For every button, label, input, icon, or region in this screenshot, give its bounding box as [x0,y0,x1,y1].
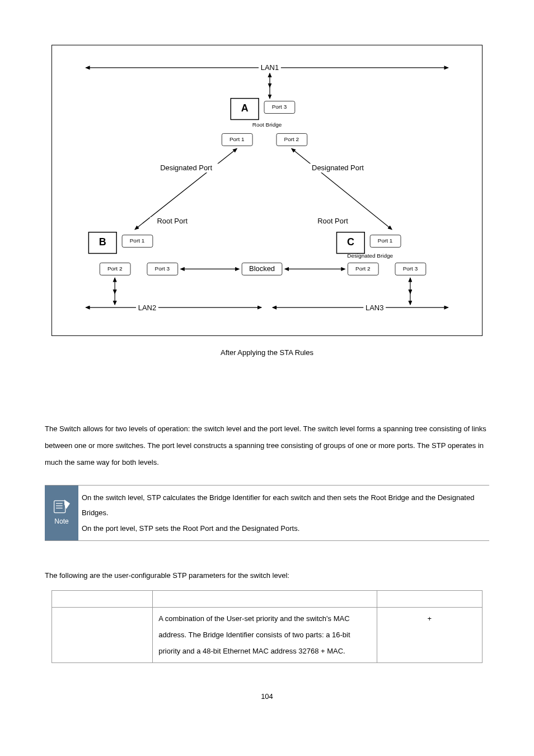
note-text: On the switch level, STP calculates the … [78,486,489,540]
note-box: Note On the switch level, STP calculates… [45,485,489,541]
port-b3: Port 3 [155,265,170,272]
port-a3: Port 3 [272,104,287,110]
port-c3: Port 3 [403,265,418,272]
designated-port-left: Designated Port [160,164,212,172]
port-b1: Port 1 [130,237,145,244]
port-b2: Port 2 [107,265,123,272]
note-line1: On the switch level, STP calculates the … [82,490,486,521]
table-header-3 [377,591,482,608]
designated-bridge-label: Designated Bridge [347,253,393,259]
lan2-label: LAN2 [138,304,156,312]
table-cell-3: + [377,608,482,663]
pre-table-text: The following are the user-configurable … [45,569,489,582]
diagram-caption: After Applying the STA Rules [45,346,489,359]
table-cell-1 [52,608,153,663]
switch-a-label: A [241,102,249,114]
port-a1: Port 1 [229,136,245,142]
notepad-icon [52,498,71,515]
sta-diagram: LAN1 A Port 3 Root Bridge Port 1 Port 2 … [51,45,483,336]
table-header-2 [153,591,377,608]
note-line2: On the port level, STP sets the Root Por… [82,521,486,536]
table-row: A combination of the User-set priority a… [52,608,483,663]
svg-rect-35 [54,501,65,513]
root-bridge-label: Root Bridge [252,122,282,128]
note-icon-cell: Note [45,486,78,540]
root-port-left: Root Port [157,217,188,225]
root-port-right: Root Port [317,217,348,225]
table-cell-2: A combination of the User-set priority a… [153,608,377,663]
stp-parameters-table: A combination of the User-set priority a… [51,590,483,663]
designated-port-right: Designated Port [312,164,364,172]
lan1-label: LAN1 [261,63,279,72]
lan3-label: LAN3 [366,304,383,312]
switch-b-label: B [99,236,106,248]
switch-c-label: C [347,236,354,248]
note-label: Note [54,516,68,528]
port-c1: Port 1 [378,237,393,244]
body-paragraph: The Switch allows for two levels of oper… [45,421,489,471]
blocked-label: Blocked [249,264,275,273]
table-header-1 [52,591,153,608]
page-number: 104 [45,690,489,703]
port-c2: Port 2 [355,265,371,272]
port-a2: Port 2 [284,136,299,142]
